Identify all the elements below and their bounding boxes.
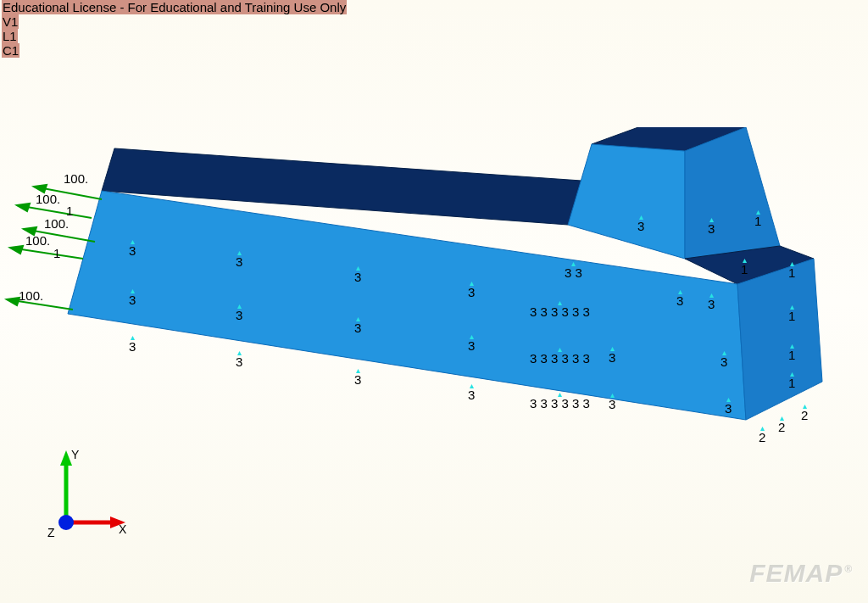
constraint-marker: ▴3 <box>725 397 732 416</box>
constraint-marker: ▴3 <box>721 350 727 369</box>
axis-z-label: Z <box>47 526 55 539</box>
coordinate-triad[interactable]: Y X Z <box>25 442 127 552</box>
constraintset-label: C1 <box>2 43 19 58</box>
constraint-marker: ▴3 <box>236 304 242 322</box>
constraint-marker: ▴1 <box>741 258 748 276</box>
constraint-marker: ▴3 <box>676 289 683 308</box>
constraint-marker: ▴3 <box>129 335 136 354</box>
constraint-marker: ▴3 <box>236 350 242 369</box>
load-label: 100. <box>36 192 60 206</box>
constraint-marker: ▴3 <box>468 281 475 299</box>
constraint-marker: ▴3 <box>468 334 475 353</box>
axis-y-label: Y <box>71 448 80 461</box>
graphics-viewport[interactable]: Educational License - For Educational an… <box>0 0 868 603</box>
constraint-marker: ▴3 3 3 3 3 3 <box>530 300 590 319</box>
load-label: 100. <box>19 288 43 303</box>
constraint-marker: ▴3 3 <box>565 261 582 280</box>
constraint-marker: ▴1 <box>788 343 795 362</box>
load-label: 100. <box>44 216 69 231</box>
constraint-marker: ▴3 3 3 3 3 3 <box>530 347 590 366</box>
face-side-right <box>737 259 822 420</box>
constraint-marker: ▴3 3 3 3 3 3 <box>530 392 590 410</box>
constraint-marker: ▴3 <box>236 250 242 269</box>
solid-model[interactable] <box>59 127 839 441</box>
constraint-marker: ▴3 <box>354 368 361 387</box>
load-label: 100. <box>64 171 88 186</box>
svg-marker-9 <box>7 298 19 305</box>
constraint-marker: ▴1 <box>754 209 761 228</box>
load-label: 100. <box>25 233 50 248</box>
constraint-marker: ▴2 <box>778 416 785 434</box>
load-label-1: 1 <box>66 204 73 218</box>
loadset-label: L1 <box>2 29 18 43</box>
femap-watermark: FEMAP® <box>749 559 853 588</box>
constraint-marker: ▴3 <box>708 293 715 311</box>
constraint-marker: ▴1 <box>788 304 795 323</box>
constraint-marker: ▴3 <box>708 217 715 236</box>
load-label-1: 1 <box>53 246 60 260</box>
constraint-marker: ▴2 <box>801 404 808 422</box>
svg-marker-7 <box>10 246 23 254</box>
face-side-tower <box>685 127 780 259</box>
constraint-marker: ▴2 <box>759 426 765 444</box>
constraint-marker: ▴3 <box>609 346 615 365</box>
constraint-marker: ▴1 <box>788 371 795 390</box>
constraint-marker: ▴3 <box>637 215 644 233</box>
info-block: Educational License - For Educational an… <box>2 0 347 58</box>
constraint-marker: ▴3 <box>609 393 615 411</box>
face-front-tower <box>568 144 685 259</box>
constraint-marker: ▴3 <box>354 265 361 284</box>
model-svg <box>59 127 839 441</box>
constraint-marker: ▴3 <box>129 239 136 258</box>
axis-x-label: X <box>119 522 127 536</box>
constraint-marker: ▴1 <box>788 261 795 280</box>
constraint-marker: ▴3 <box>468 383 475 402</box>
svg-point-14 <box>58 515 74 530</box>
svg-marker-3 <box>17 204 30 211</box>
svg-marker-11 <box>60 450 72 466</box>
view-label: V1 <box>2 14 19 29</box>
constraint-marker: ▴3 <box>354 316 361 335</box>
license-label: Educational License - For Educational an… <box>2 0 347 14</box>
constraint-marker: ▴3 <box>129 288 136 307</box>
